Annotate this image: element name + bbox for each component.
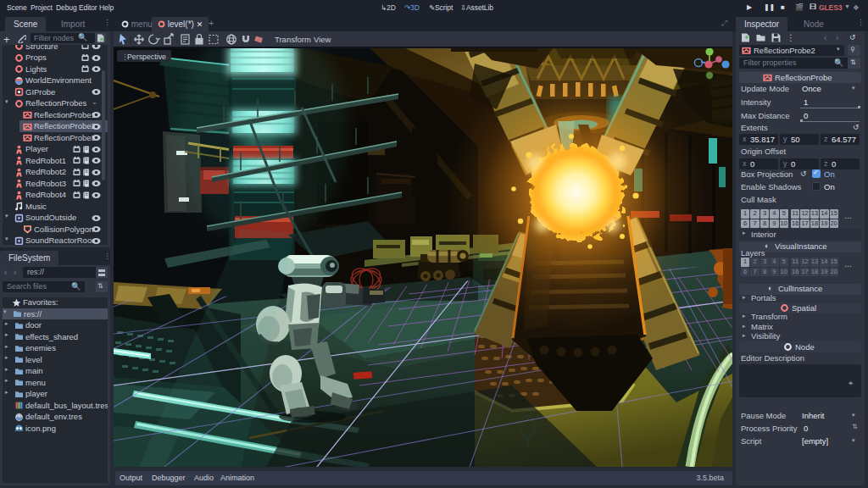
svg-text:Transform: Transform bbox=[275, 35, 311, 44]
svg-text:View: View bbox=[314, 35, 331, 44]
svg-text:Perspective: Perspective bbox=[127, 53, 166, 61]
